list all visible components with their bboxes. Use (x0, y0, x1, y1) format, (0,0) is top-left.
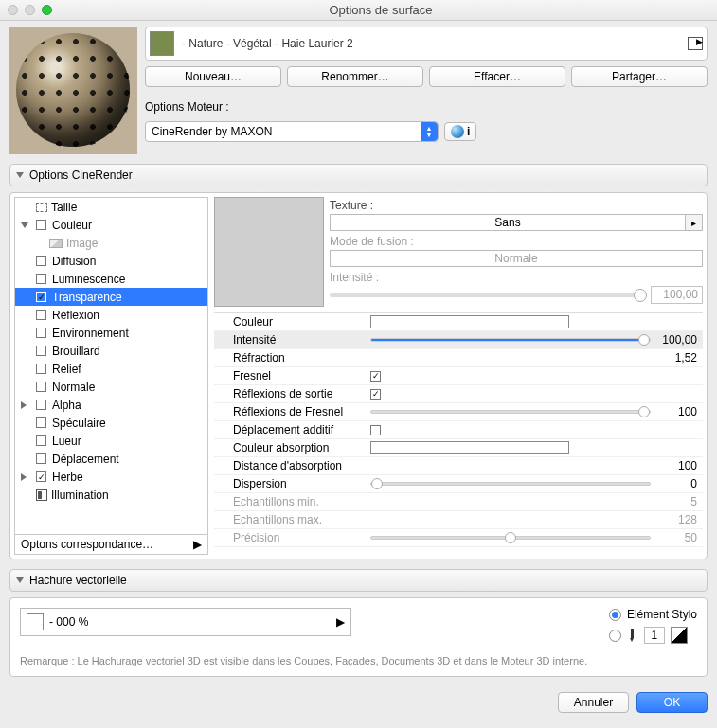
prop-absorption-dist-label: Distance d'absorption (214, 459, 370, 472)
tree-item-illumination[interactable]: Illumination (15, 486, 207, 504)
prop-dispersion-label: Dispersion (214, 477, 370, 490)
tree-item-size[interactable]: Taille (15, 198, 207, 216)
pen-color-swatch[interactable] (671, 627, 688, 644)
prop-dispersion-value[interactable]: 0 (651, 477, 703, 490)
tree-item-alpha[interactable]: Alpha (15, 396, 207, 414)
prop-samples-min-label: Echantillons min. (214, 495, 370, 508)
checkbox-icon[interactable] (36, 256, 46, 266)
hatch-value: - 000 % (49, 615, 88, 629)
maximize-window-icon[interactable] (42, 5, 52, 15)
tree-item-diffusion[interactable]: Diffusion (15, 252, 207, 270)
pen-number-input[interactable]: 1 (644, 627, 665, 644)
share-button[interactable]: Partager… (571, 66, 708, 87)
material-swatch[interactable] (150, 31, 174, 56)
absorption-color-picker[interactable] (370, 441, 569, 454)
blend-mode-field: Normale (330, 250, 703, 267)
cancel-button[interactable]: Annuler (558, 692, 629, 713)
close-window-icon[interactable] (8, 5, 18, 15)
tree-item-transparency[interactable]: ✓Transparence (15, 288, 207, 306)
disclosure-down-icon (16, 577, 24, 583)
prop-intensity-label: Intensité (214, 333, 370, 346)
rename-button[interactable]: Renommer… (287, 66, 423, 87)
tree-item-glow[interactable]: Lueur (15, 432, 207, 450)
intensity-slider[interactable] (370, 338, 651, 342)
new-button[interactable]: Nouveau… (145, 66, 281, 87)
tree-item-specular[interactable]: Spéculaire (15, 414, 207, 432)
checkbox-icon[interactable] (36, 220, 46, 230)
match-options-button[interactable]: Optons correspondance… ▶ (15, 534, 207, 554)
tree-item-relief[interactable]: Relief (15, 360, 207, 378)
titlebar: Options de surface (0, 0, 717, 21)
precision-slider (370, 536, 651, 540)
illumination-icon (36, 489, 47, 501)
hatch-swatch-icon (27, 613, 44, 630)
additive-checkbox[interactable] (370, 425, 381, 435)
prop-absorption-color-label: Couleur absorption (214, 441, 370, 454)
checkbox-icon[interactable] (36, 417, 46, 428)
tree-item-environment[interactable]: Environnement (15, 324, 207, 342)
prop-fresnel-refl-value[interactable]: 100 (651, 405, 703, 418)
prop-samples-max-label: Echantillons max. (214, 513, 370, 526)
prop-samples-max-value: 128 (651, 513, 703, 526)
tree-item-reflection[interactable]: Réflexion (15, 306, 207, 324)
tree-item-normal[interactable]: Normale (15, 378, 207, 396)
tree-item-fog[interactable]: Brouillard (15, 342, 207, 360)
disclosure-down-icon (21, 222, 28, 228)
hatch-section-header[interactable]: Hachure vectorielle (9, 569, 708, 592)
texture-browse-icon[interactable]: ▸ (686, 214, 703, 231)
fresnel-refl-slider[interactable] (370, 410, 651, 414)
prop-exit-reflections-label: Réflexions de sortie (214, 387, 370, 400)
engine-label: Options Moteur : (145, 100, 708, 114)
checkbox-icon[interactable]: ✓ (36, 292, 46, 302)
prop-fresnel-refl-label: Réflexions de Fresnel (214, 405, 370, 418)
exit-reflections-checkbox[interactable]: ✓ (370, 389, 381, 400)
select-arrows-icon: ▲▼ (421, 122, 438, 141)
texture-value-field[interactable]: Sans ▸ (330, 214, 703, 231)
prop-refraction-label: Réfraction (214, 351, 370, 364)
prop-absorption-dist-value[interactable]: 100 (651, 459, 703, 472)
tree-item-grass[interactable]: ✓Herbe (15, 468, 207, 486)
checkbox-icon[interactable]: ✓ (36, 471, 46, 482)
ok-button[interactable]: OK (636, 692, 708, 713)
tree-item-luminescence[interactable]: Luminescence (15, 270, 207, 288)
engine-select[interactable]: CineRender by MAXON ▲▼ (145, 121, 439, 142)
material-path: - Nature - Végétal - Haie Laurier 2 (182, 37, 680, 50)
hatch-note: Remarque : Le Hachurage vectoriel 3D est… (20, 655, 697, 666)
image-icon (49, 239, 63, 248)
texture-intensity-slider (330, 293, 647, 297)
window-title: Options de surface (52, 3, 709, 17)
delete-button[interactable]: Effacer… (429, 66, 565, 87)
color-picker[interactable] (370, 315, 569, 328)
texture-preview[interactable] (214, 197, 324, 307)
material-path-row: - Nature - Végétal - Haie Laurier 2 (145, 27, 708, 61)
tree-item-image[interactable]: Image (15, 234, 207, 252)
prop-refraction-value[interactable]: 1,52 (651, 351, 703, 364)
checkbox-icon[interactable] (36, 328, 46, 338)
hatch-pattern-select[interactable]: - 000 % ▶ (20, 608, 351, 636)
checkbox-icon[interactable] (36, 274, 46, 284)
checkbox-icon[interactable] (36, 400, 46, 410)
checkbox-icon[interactable] (36, 310, 46, 320)
prop-fresnel-label: Fresnel (214, 369, 370, 382)
checkbox-icon[interactable] (36, 382, 46, 392)
tree-item-color[interactable]: Couleur (15, 216, 207, 234)
checkbox-icon[interactable] (36, 346, 46, 356)
checkbox-icon[interactable] (36, 364, 46, 374)
prop-intensity-value[interactable]: 100,00 (651, 333, 703, 346)
element-pen-radio[interactable] (609, 609, 621, 621)
blend-mode-label: Mode de fusion : (330, 235, 703, 248)
prop-precision-label: Précision (214, 531, 370, 544)
minimize-window-icon[interactable] (25, 5, 35, 15)
engine-info-button[interactable]: i (444, 122, 476, 141)
fresnel-checkbox[interactable]: ✓ (370, 371, 381, 382)
checkbox-icon[interactable] (36, 453, 46, 464)
property-table: Couleur Intensité100,00 Réfraction1,52 F… (214, 312, 703, 547)
tree-item-displacement[interactable]: Déplacement (15, 450, 207, 468)
checkbox-icon[interactable] (36, 435, 46, 446)
export-icon[interactable] (688, 37, 703, 50)
prop-precision-value: 50 (651, 531, 703, 544)
custom-pen-radio[interactable] (609, 630, 621, 642)
element-pen-label: Elément Stylo (627, 608, 697, 621)
dispersion-slider[interactable] (370, 482, 651, 486)
cinerender-section-header[interactable]: Options CineRender (9, 164, 708, 186)
